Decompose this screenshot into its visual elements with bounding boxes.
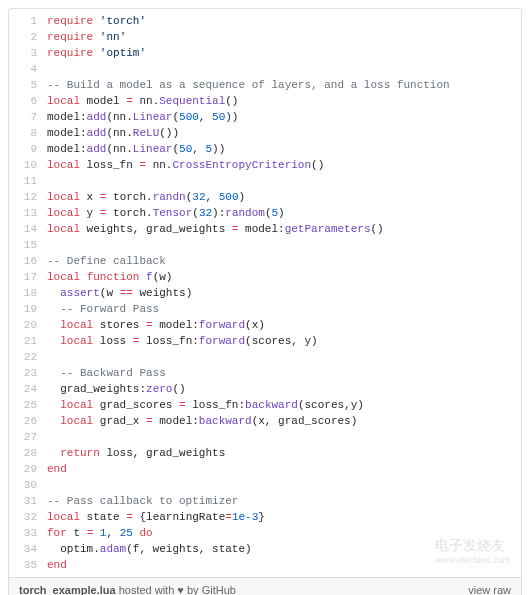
- token-plain: state: [80, 511, 126, 523]
- token-plain: y: [80, 207, 100, 219]
- token-kw: ==: [120, 287, 133, 299]
- line-code: local grad_x = model:backward(x, grad_sc…: [47, 413, 357, 429]
- line-code: -- Forward Pass: [47, 301, 159, 317]
- line-number: 31: [9, 493, 47, 509]
- github-link[interactable]: GitHub: [202, 584, 236, 595]
- token-kw: local: [60, 319, 93, 331]
- code-line: 17local function f(w): [9, 269, 521, 285]
- code-line: 35end: [9, 557, 521, 573]
- code-line: 5-- Build a model as a sequence of layer…: [9, 77, 521, 93]
- code-line: 32local state = {learningRate=1e-3}: [9, 509, 521, 525]
- token-kw: =: [179, 399, 186, 411]
- line-code: local stores = model:forward(x): [47, 317, 265, 333]
- token-fn: adam: [100, 543, 126, 555]
- code-line: 9model:add(nn.Linear(50, 5)): [9, 141, 521, 157]
- line-code: local grad_scores = loss_fn:backward(sco…: [47, 397, 364, 413]
- token-kw: for: [47, 527, 67, 539]
- filename-link[interactable]: torch_example.lua: [19, 584, 116, 595]
- token-plain: (): [371, 223, 384, 235]
- line-number: 18: [9, 285, 47, 301]
- token-kw: =: [146, 319, 153, 331]
- token-kw: end: [47, 463, 67, 475]
- token-plain: (: [265, 207, 272, 219]
- line-number: 16: [9, 253, 47, 269]
- code-line: 7model:add(nn.Linear(500, 50)): [9, 109, 521, 125]
- token-kw: local: [60, 415, 93, 427]
- line-code: -- Define callback: [47, 253, 166, 269]
- token-str: 'nn': [100, 31, 126, 43]
- token-plain: model: [80, 95, 126, 107]
- token-plain: model:: [47, 127, 87, 139]
- token-fn: forward: [199, 335, 245, 347]
- token-fn: backward: [245, 399, 298, 411]
- line-number: 22: [9, 349, 47, 365]
- line-number: 26: [9, 413, 47, 429]
- token-plain: nn.: [133, 95, 159, 107]
- code-line: 3require 'optim': [9, 45, 521, 61]
- line-code: end: [47, 557, 67, 573]
- gist-container: 1require 'torch'2require 'nn'3require 'o…: [8, 8, 522, 595]
- token-num: 25: [120, 527, 133, 539]
- token-str: 'optim': [100, 47, 146, 59]
- line-number: 5: [9, 77, 47, 93]
- token-fn: Linear: [133, 143, 173, 155]
- line-code: local loss_fn = nn.CrossEntropyCriterion…: [47, 157, 324, 173]
- token-kw: local: [47, 159, 80, 171]
- line-number: 34: [9, 541, 47, 557]
- line-number: 3: [9, 45, 47, 61]
- token-kw: do: [139, 527, 152, 539]
- token-plain: ,: [199, 111, 212, 123]
- view-raw-link[interactable]: view raw: [468, 584, 511, 595]
- line-code: model:add(nn.Linear(50, 5)): [47, 141, 225, 157]
- token-kw: local: [47, 223, 80, 235]
- footer-hosted-text: hosted with: [116, 584, 178, 595]
- token-plain: (nn.: [106, 143, 132, 155]
- code-line: 18 assert(w == weights): [9, 285, 521, 301]
- token-plain: model:: [153, 319, 199, 331]
- token-plain: nn.: [146, 159, 172, 171]
- code-line: 25 local grad_scores = loss_fn:backward(…: [9, 397, 521, 413]
- token-kw: local: [47, 191, 80, 203]
- token-plain: ): [239, 191, 246, 203]
- line-code: assert(w == weights): [47, 285, 192, 301]
- gist-footer: torch_example.lua hosted with ♥ by GitHu…: [9, 577, 521, 595]
- token-fn: add: [87, 143, 107, 155]
- line-number: 20: [9, 317, 47, 333]
- token-plain: (f, weights, state): [126, 543, 251, 555]
- token-kw: local: [47, 271, 80, 283]
- token-plain: [47, 303, 60, 315]
- token-num: 32: [199, 207, 212, 219]
- token-plain: stores: [93, 319, 146, 331]
- line-number: 11: [9, 173, 47, 189]
- token-fn: zero: [146, 383, 172, 395]
- code-line: 27: [9, 429, 521, 445]
- token-plain: [93, 31, 100, 43]
- token-kw: local: [47, 95, 80, 107]
- token-plain: [47, 319, 60, 331]
- token-kw: return: [60, 447, 100, 459]
- token-kw: =: [225, 511, 232, 523]
- line-number: 1: [9, 13, 47, 29]
- token-fn: forward: [199, 319, 245, 331]
- token-plain: (): [311, 159, 324, 171]
- token-plain: (): [225, 95, 238, 107]
- token-plain: loss_fn:: [186, 399, 245, 411]
- token-plain: ,: [106, 527, 119, 539]
- token-num: 500: [179, 111, 199, 123]
- line-code: local weights, grad_weights = model:getP…: [47, 221, 384, 237]
- line-code: require 'optim': [47, 45, 146, 61]
- code-line: 24 grad_weights:zero(): [9, 381, 521, 397]
- line-number: 35: [9, 557, 47, 573]
- token-plain: (scores, y): [245, 335, 318, 347]
- token-fn: randn: [153, 191, 186, 203]
- footer-left: torch_example.lua hosted with ♥ by GitHu…: [19, 584, 236, 595]
- token-kw: =: [126, 95, 133, 107]
- code-line: 31-- Pass callback to optimizer: [9, 493, 521, 509]
- token-plain: (w: [100, 287, 120, 299]
- code-area: 1require 'torch'2require 'nn'3require 'o…: [9, 9, 521, 577]
- token-fn: add: [87, 127, 107, 139]
- line-code: -- Pass callback to optimizer: [47, 493, 238, 509]
- token-plain: [47, 415, 60, 427]
- code-line: 13local y = torch.Tensor(32):random(5): [9, 205, 521, 221]
- token-plain: grad_weights:: [47, 383, 146, 395]
